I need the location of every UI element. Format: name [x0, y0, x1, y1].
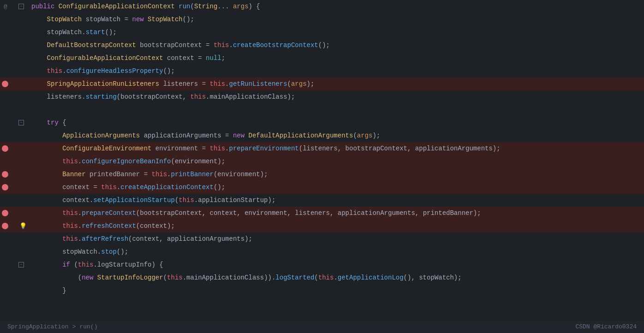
code-line-18: 💡 this.refreshContext(context); [0, 220, 644, 232]
fold-icon-21[interactable]: − [18, 262, 24, 268]
code-line-13: this.configureIgnoreBeanInfo(environment… [0, 155, 644, 168]
line-content-13: this.configureIgnoreBeanInfo(environment… [28, 156, 644, 167]
line-content-2: StopWatch stopWatch = new StopWatch(); [28, 14, 644, 25]
right-info: CSDN @Ricardo0324 [575, 323, 637, 330]
breakpoint-17[interactable] [2, 210, 8, 216]
code-line-3: stopWatch.start(); [0, 26, 644, 39]
line-content-11: ApplicationArguments applicationArgument… [28, 130, 644, 141]
line-content-10: try { [28, 117, 644, 128]
gutter-10: − [0, 120, 28, 125]
breadcrumb-method: run() [79, 323, 97, 330]
code-line-22: (new StartupInfoLogger(this.mainApplicat… [0, 271, 644, 284]
line-content-7: SpringApplicationRunListeners listeners … [28, 78, 644, 89]
code-line-20: stopWatch.stop(); [0, 245, 644, 258]
code-line-12: ConfigurableEnvironment environment = th… [0, 142, 644, 155]
line-content-20: stopWatch.stop(); [28, 246, 644, 257]
line-content-4: DefaultBootstrapContext bootstrapContext… [28, 40, 644, 51]
line-content-3: stopWatch.start(); [28, 27, 644, 38]
line-content-8: listeners.starting(bootstrapContext, thi… [28, 91, 644, 102]
code-line-17: this.prepareContext(bootstrapContext, co… [0, 207, 644, 220]
line-content-9 [28, 104, 644, 115]
code-line-4: DefaultBootstrapContext bootstrapContext… [0, 39, 644, 52]
code-line-21: − if (this.logStartupInfo) { [0, 258, 644, 271]
code-line-9 [0, 103, 644, 116]
breakpoint-15[interactable] [2, 184, 8, 190]
fold-icon-10[interactable]: − [18, 120, 24, 125]
line-content-17: this.prepareContext(bootstrapContext, co… [28, 208, 644, 219]
code-line-15: context = this.createApplicationContext(… [0, 181, 644, 194]
line-content-15: context = this.createApplicationContext(… [28, 182, 644, 193]
hint-icon: 💡 [19, 222, 27, 230]
line-content-22: (new StartupInfoLogger(this.mainApplicat… [28, 272, 644, 283]
line-content-18: this.refreshContext(context); [28, 220, 644, 232]
status-left: SpringApplication > run() [7, 323, 97, 330]
code-line-10: − try { [0, 116, 644, 129]
code-line-6: this.configureHeadlessProperty(); [0, 65, 644, 77]
code-line-11: ApplicationArguments applicationArgument… [0, 129, 644, 142]
line-content-6: this.configureHeadlessProperty(); [28, 65, 644, 77]
code-line-19: this.afterRefresh(context, applicationAr… [0, 232, 644, 245]
breadcrumb-separator: > [72, 323, 76, 330]
code-editor: @ − public ConfigurableApplicationContex… [0, 0, 644, 320]
line-content-12: ConfigurableEnvironment environment = th… [28, 143, 644, 154]
code-line-7: SpringApplicationRunListeners listeners … [0, 77, 644, 90]
line-content-21: if (this.logStartupInfo) { [28, 259, 644, 270]
breadcrumb-class: SpringApplication [7, 323, 69, 330]
gutter-1: @ − [0, 4, 28, 9]
code-line-2: StopWatch stopWatch = new StopWatch(); [0, 13, 644, 26]
code-line-23: } [0, 284, 644, 297]
at-sign: @ [4, 3, 7, 10]
status-bar: SpringApplication > run() CSDN @Ricardo0… [0, 320, 644, 333]
line-content-16: context.setApplicationStartup(this.appli… [28, 195, 644, 206]
code-line-8: listeners.starting(bootstrapContext, thi… [0, 90, 644, 103]
line-content-14: Banner printedBanner = this.printBanner(… [28, 169, 644, 180]
line-content-19: this.afterRefresh(context, applicationAr… [28, 233, 644, 244]
breadcrumb: SpringApplication > run() [7, 323, 97, 330]
code-line-16: context.setApplicationStartup(this.appli… [0, 194, 644, 207]
line-content-23: } [28, 285, 644, 296]
breakpoint-14[interactable] [2, 171, 8, 178]
breakpoint-7[interactable] [2, 81, 8, 87]
code-line-14: Banner printedBanner = this.printBanner(… [0, 168, 644, 181]
fold-icon-1[interactable]: − [18, 4, 24, 9]
line-content-5: ConfigurableApplicationContext context =… [28, 53, 644, 64]
breakpoint-12[interactable] [2, 145, 8, 152]
code-lines: @ − public ConfigurableApplicationContex… [0, 0, 644, 320]
gutter-21: − [0, 262, 28, 268]
breakpoint-18[interactable] [2, 223, 8, 229]
csdn-info: CSDN @Ricardo0324 [575, 323, 637, 330]
code-line-5: ConfigurableApplicationContext context =… [0, 52, 644, 65]
code-line-1: @ − public ConfigurableApplicationContex… [0, 0, 644, 13]
line-content-1: public ConfigurableApplicationContext ru… [28, 1, 644, 12]
